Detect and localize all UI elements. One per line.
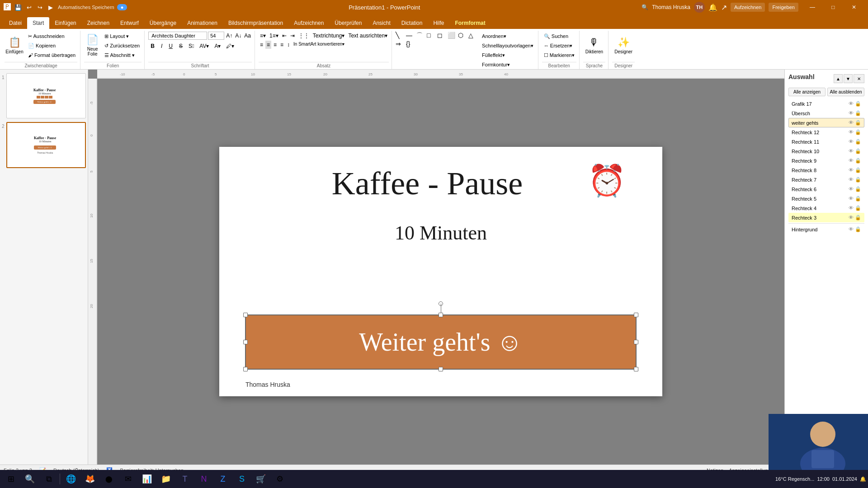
sel-item-rechteck8[interactable]: Rechteck 8 👁 🔒 xyxy=(788,165,864,175)
diktieren-button[interactable]: 🎙 Diktieren xyxy=(583,32,605,59)
sel-item-rechteck12[interactable]: Rechteck 12 👁 🔒 xyxy=(788,127,864,137)
present-button[interactable]: ▶ xyxy=(46,3,55,12)
align-button[interactable]: Text ausrichten▾ xyxy=(347,32,389,40)
shape-8[interactable]: △ xyxy=(468,32,478,40)
handle-tr[interactable] xyxy=(634,313,638,317)
bell-icon[interactable]: 🔔 xyxy=(708,3,717,12)
search-taskbar-button[interactable]: 🔍 xyxy=(21,471,39,487)
minimize-button[interactable]: — xyxy=(802,0,823,14)
handle-bm[interactable] xyxy=(439,367,443,371)
text-direction-button[interactable]: Textrichtung▾ xyxy=(311,32,346,40)
hide-all-button[interactable]: Alle ausblenden xyxy=(827,88,864,96)
format-button[interactable]: 🖌 Format übertragen xyxy=(26,51,77,60)
char-spacing-button[interactable]: AV▾ xyxy=(198,42,211,50)
tab-datei[interactable]: Datei xyxy=(4,17,27,29)
store-button[interactable]: 🛒 xyxy=(252,471,270,487)
clear-format-button[interactable]: Aa xyxy=(243,32,252,40)
font-name-selector[interactable]: Architects Daughter xyxy=(148,32,207,40)
abschnitt-button[interactable]: ☰ Abschnitt ▾ xyxy=(103,51,142,60)
anordnen-button[interactable]: Anordnen▾ xyxy=(480,32,535,41)
sel-item-rechteck3[interactable]: Rechteck 3 👁 🔒 xyxy=(788,213,864,222)
decrease-font-button[interactable]: A↓ xyxy=(234,32,242,40)
tab-ansicht[interactable]: Ansicht xyxy=(367,17,396,29)
designer-button[interactable]: ✨ Designer xyxy=(612,32,635,59)
line-spacing-button[interactable]: ↕ xyxy=(286,41,291,49)
sel-item-uebersch[interactable]: Übersch 👁 🔒 xyxy=(788,108,864,118)
shadow-button[interactable]: S⃝ xyxy=(187,42,196,50)
shape-5[interactable]: ◻ xyxy=(437,32,447,40)
close-panel-button[interactable]: ✕ xyxy=(854,74,864,83)
chrome-button[interactable]: ⬤ xyxy=(100,471,118,487)
list-number-button[interactable]: 1≡▾ xyxy=(268,32,280,40)
teams-button[interactable]: T xyxy=(176,471,194,487)
tab-hilfe[interactable]: Hilfe xyxy=(428,17,449,29)
tab-ueberpruefen[interactable]: Überprüfen xyxy=(329,17,367,29)
font-color-button[interactable]: A▾ xyxy=(212,42,222,50)
tab-start[interactable]: Start xyxy=(27,17,49,29)
zoom-button[interactable]: Z xyxy=(214,471,232,487)
sel-item-grafik17[interactable]: Grafik 17 👁 🔒 xyxy=(788,99,864,108)
shape-3[interactable]: ⌒ xyxy=(416,32,426,40)
share-icon[interactable]: ↗ xyxy=(721,3,727,12)
settings-button[interactable]: ⚙ xyxy=(271,471,289,487)
handle-br[interactable] xyxy=(634,367,638,371)
align-center-button[interactable]: ≡ xyxy=(265,41,271,49)
font-size-selector[interactable]: 54 xyxy=(208,32,224,40)
autosave-toggle[interactable]: ● xyxy=(117,4,127,10)
tab-bildschirm[interactable]: Bildschirmpräsentation xyxy=(223,17,288,29)
sel-item-rechteck7[interactable]: Rechteck 7 👁 🔒 xyxy=(788,175,864,184)
onenote-button[interactable]: N xyxy=(195,471,213,487)
underline-button[interactable]: U xyxy=(166,42,175,51)
nav-down-button[interactable]: ▼ xyxy=(844,74,853,83)
sel-item-rechteck10[interactable]: Rechteck 10 👁 🔒 xyxy=(788,146,864,156)
neue-folie-button[interactable]: 📄 NeueFolie xyxy=(84,32,101,59)
strikethrough-button[interactable]: S xyxy=(177,42,185,51)
record-btn[interactable]: Aufzeichnen xyxy=(731,3,765,12)
sel-item-hintergrund[interactable]: Hintergrund 👁 🔒 xyxy=(788,225,864,234)
handle-tm[interactable] xyxy=(439,313,443,317)
bold-button[interactable]: B xyxy=(148,42,157,51)
ausschneiden-button[interactable]: ✂ Ausschneiden xyxy=(26,32,77,41)
slide-1-thumb[interactable]: Kaffee - Pause 10 Minuten Weiter geht's … xyxy=(6,73,86,118)
shape-7[interactable]: ⬡ xyxy=(458,32,468,40)
align-right-button[interactable]: ≡ xyxy=(272,41,278,49)
explorer-button[interactable]: 📁 xyxy=(157,471,175,487)
tab-zeichnen[interactable]: Zeichnen xyxy=(82,17,115,29)
tab-aufzeichnen[interactable]: Aufzeichnen xyxy=(288,17,329,29)
save-button[interactable]: 💾 xyxy=(14,3,23,12)
justify-button[interactable]: ≡ xyxy=(279,41,285,49)
edge-button[interactable]: 🌐 xyxy=(62,471,80,487)
tab-formformat[interactable]: Formformat xyxy=(449,17,491,29)
undo-button[interactable]: ↩ xyxy=(24,3,33,12)
tab-animationen[interactable]: Animationen xyxy=(182,17,223,29)
shape-2[interactable]: — xyxy=(406,32,416,40)
ersetzen-button[interactable]: ↔ Ersetzen▾ xyxy=(542,41,576,50)
share-btn[interactable]: Freigeben xyxy=(769,3,798,12)
sel-item-rechteck9[interactable]: Rechteck 9 👁 🔒 xyxy=(788,156,864,165)
shape-9[interactable]: ⇒ xyxy=(396,40,406,47)
tab-entwurf[interactable]: Entwurf xyxy=(115,17,144,29)
tab-dictation[interactable]: Dictation xyxy=(396,17,428,29)
close-button[interactable]: ✕ xyxy=(844,0,864,14)
maximize-button[interactable]: □ xyxy=(823,0,844,14)
align-left-button[interactable]: ≡ xyxy=(259,41,264,49)
firefox-button[interactable]: 🦊 xyxy=(81,471,99,487)
tab-einfuegen[interactable]: Einfügen xyxy=(49,17,81,29)
fuelleffekt-button[interactable]: Fülleffekt▾ xyxy=(480,51,535,60)
show-all-button[interactable]: Alle anzeigen xyxy=(788,88,826,96)
indent-increase-button[interactable]: ⇥ xyxy=(289,32,296,40)
handle-bl[interactable] xyxy=(243,367,248,371)
columns-button[interactable]: ⋮⋮ xyxy=(297,32,311,40)
italic-button[interactable]: I xyxy=(159,42,165,51)
task-view-button[interactable]: ⧉ xyxy=(40,471,58,487)
list-bullet-button[interactable]: ≡▾ xyxy=(259,32,267,40)
sel-item-rechteck6[interactable]: Rechteck 6 👁 🔒 xyxy=(788,184,864,194)
redo-button[interactable]: ↪ xyxy=(35,3,44,12)
smartart-button[interactable]: In SmartArt konvertieren▾ xyxy=(292,41,346,49)
shape-10[interactable]: {} xyxy=(406,40,416,47)
powerpoint-taskbar-button[interactable]: 📊 xyxy=(138,471,156,487)
zuruecksetzen-button[interactable]: ↺ Zurücksetzen xyxy=(103,41,142,50)
sel-item-weitergehts[interactable]: weiter gehts 👁 🔒 xyxy=(788,118,864,127)
indent-decrease-button[interactable]: ⇤ xyxy=(281,32,288,40)
shape-6[interactable]: ⬜ xyxy=(448,32,458,40)
